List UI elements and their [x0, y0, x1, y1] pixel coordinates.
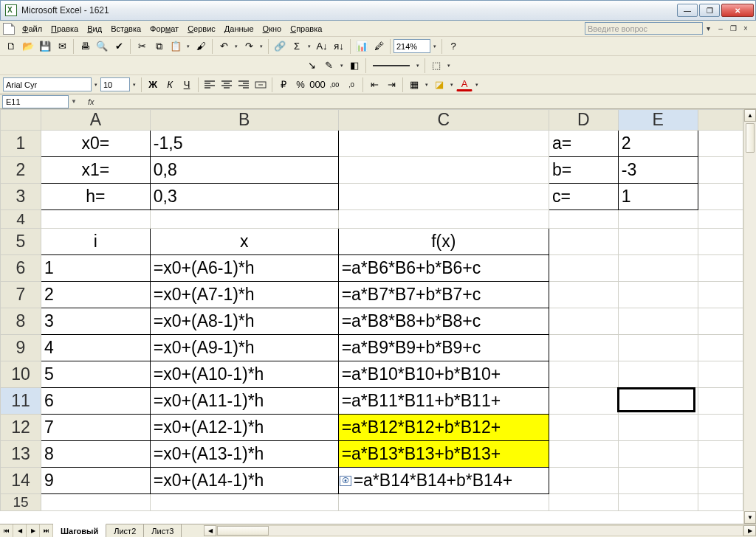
scroll-right-button[interactable]: ▶ [743, 525, 756, 536]
scroll-up-button[interactable]: ▲ [744, 109, 756, 122]
cell-A11[interactable]: 6 [41, 388, 151, 415]
scroll-down-button[interactable]: ▼ [744, 511, 756, 524]
doc-close-button[interactable]: × [740, 24, 751, 34]
undo-button[interactable]: ↶ [216, 38, 232, 55]
font-name-dropdown-icon[interactable]: ▾ [92, 82, 100, 88]
cell-E11[interactable] [618, 388, 698, 415]
scroll-left-button[interactable]: ◀ [204, 525, 216, 536]
col-head-C[interactable]: C [338, 110, 549, 131]
menu-format[interactable]: Формат [145, 23, 183, 35]
name-box-dropdown-icon[interactable]: ▼ [69, 98, 79, 105]
menu-insert[interactable]: Вставка [106, 23, 145, 35]
horizontal-scrollbar[interactable]: ◀ ▶ [204, 524, 756, 537]
cell-B9[interactable]: =x0+(A9-1)*h [150, 335, 338, 361]
paste-button[interactable]: 📋 [168, 38, 184, 55]
inc-decimal-button[interactable]: ,00 [326, 77, 343, 93]
close-button[interactable]: ✕ [721, 4, 754, 17]
cell-A1[interactable]: x0= [41, 131, 151, 157]
cell-E1[interactable]: 2 [618, 131, 698, 157]
spell-button[interactable]: ✔ [111, 38, 127, 55]
borders-dropdown-icon[interactable]: ▾ [423, 82, 430, 88]
vertical-scrollbar[interactable]: ▲ ▼ [743, 109, 756, 524]
row-head-10[interactable]: 10 [1, 361, 41, 388]
row-head-4[interactable]: 4 [1, 210, 41, 229]
col-head-F[interactable] [698, 110, 743, 131]
percent-button[interactable]: % [292, 77, 309, 93]
question-box[interactable]: Введите вопрос [585, 22, 703, 35]
row-head-9[interactable]: 9 [1, 335, 41, 361]
hscroll-thumb[interactable] [217, 526, 269, 536]
row-head-13[interactable]: 13 [1, 441, 41, 468]
col-head-E[interactable]: E [618, 110, 698, 131]
drawing-button[interactable]: 🖉 [371, 38, 387, 55]
redo-button[interactable]: ↷ [241, 38, 257, 55]
shape-dropdown-icon[interactable]: ▾ [445, 63, 453, 69]
menu-tools[interactable]: Сервис [183, 23, 220, 35]
save-button[interactable]: 💾 [37, 38, 53, 55]
italic-button[interactable]: К [162, 77, 178, 93]
cell-A14[interactable]: 9 [41, 468, 151, 494]
row-head-6[interactable]: 6 [1, 255, 41, 282]
cell-B1[interactable]: -1,5 [150, 131, 338, 157]
font-color-dropdown-icon[interactable]: ▾ [473, 82, 481, 88]
row-head-12[interactable]: 12 [1, 415, 41, 441]
cell-B8[interactable]: =x0+(A8-1)*h [150, 308, 338, 335]
doc-minimize-button[interactable]: – [715, 24, 726, 34]
cell-A9[interactable]: 4 [41, 335, 151, 361]
name-box[interactable]: E11 [2, 95, 69, 108]
doc-restore-button[interactable]: ❐ [728, 24, 738, 34]
menu-view[interactable]: Вид [83, 23, 106, 35]
paste-dropdown-icon[interactable]: ▾ [185, 44, 192, 49]
row-head-14[interactable]: 14 [1, 468, 41, 494]
cell-A6[interactable]: 1 [41, 255, 151, 282]
menu-edit[interactable]: Правка [47, 23, 83, 35]
cell-B6[interactable]: =x0+(A6-1)*h [150, 255, 338, 282]
sheet-tab-3[interactable]: Лист3 [144, 524, 182, 537]
cell-C2[interactable] [338, 157, 549, 184]
cut-button[interactable]: ✂ [134, 38, 150, 55]
autofill-options-icon[interactable]: ⦿ [340, 476, 351, 486]
row-head-5[interactable]: 5 [1, 229, 41, 255]
cell-A5[interactable]: i [41, 229, 151, 255]
cell-A12[interactable]: 7 [41, 415, 151, 441]
cell-C3[interactable] [338, 184, 549, 210]
line-style-dropdown-icon[interactable]: ▾ [414, 63, 422, 69]
font-size-dropdown-icon[interactable]: ▾ [131, 82, 138, 88]
row-head-11[interactable]: 11 [1, 388, 41, 415]
font-color-button[interactable]: A [456, 77, 472, 91]
cell-B12[interactable]: =x0+(A12-1)*h [150, 415, 338, 441]
cell-C5[interactable]: f(x) [338, 229, 549, 255]
cell-C1[interactable] [338, 131, 549, 157]
arrow-tool-button[interactable]: ↘ [304, 58, 320, 74]
col-head-A[interactable]: A [41, 110, 151, 131]
cell-B3[interactable]: 0,3 [150, 184, 338, 210]
cell-D3[interactable]: c= [549, 184, 619, 210]
menu-file[interactable]: Файл [18, 23, 47, 35]
chart-button[interactable]: 📊 [354, 38, 370, 55]
row-head-1[interactable]: 1 [1, 131, 41, 157]
spreadsheet-grid[interactable]: A B C D E 1 x0= -1,5 a= 2 2 x1= 0,8 [0, 109, 743, 511]
doc-icon[interactable] [3, 23, 15, 35]
painter-button[interactable]: 🖌 [193, 38, 209, 55]
align-right-button[interactable] [236, 77, 252, 93]
open-button[interactable]: 📂 [20, 38, 36, 55]
thousands-button[interactable]: 000 [309, 77, 326, 93]
cell-A2[interactable]: x1= [41, 157, 151, 184]
fx-label[interactable]: fx [88, 97, 94, 106]
row-head-2[interactable]: 2 [1, 157, 41, 184]
cell-B7[interactable]: =x0+(A7-1)*h [150, 282, 338, 308]
fill-color-dropdown-icon[interactable]: ▾ [448, 82, 456, 88]
cell-B5[interactable]: x [150, 229, 338, 255]
font-size-combo[interactable]: 10 [100, 77, 130, 91]
inc-indent-button[interactable]: ⇥ [383, 77, 399, 93]
dec-decimal-button[interactable]: ,0 [343, 77, 360, 93]
tab-nav-prev-button[interactable]: ◀ [13, 524, 27, 537]
redo-dropdown-icon[interactable]: ▾ [258, 44, 265, 49]
cell-B2[interactable]: 0,8 [150, 157, 338, 184]
fill-color-button[interactable]: ◪ [431, 77, 447, 93]
menu-data[interactable]: Данные [220, 23, 258, 35]
cell-A10[interactable]: 5 [41, 361, 151, 388]
cell-D1[interactable]: a= [549, 131, 619, 157]
tab-nav-next-button[interactable]: ▶ [27, 524, 40, 537]
row-head-15[interactable]: 15 [1, 494, 41, 511]
